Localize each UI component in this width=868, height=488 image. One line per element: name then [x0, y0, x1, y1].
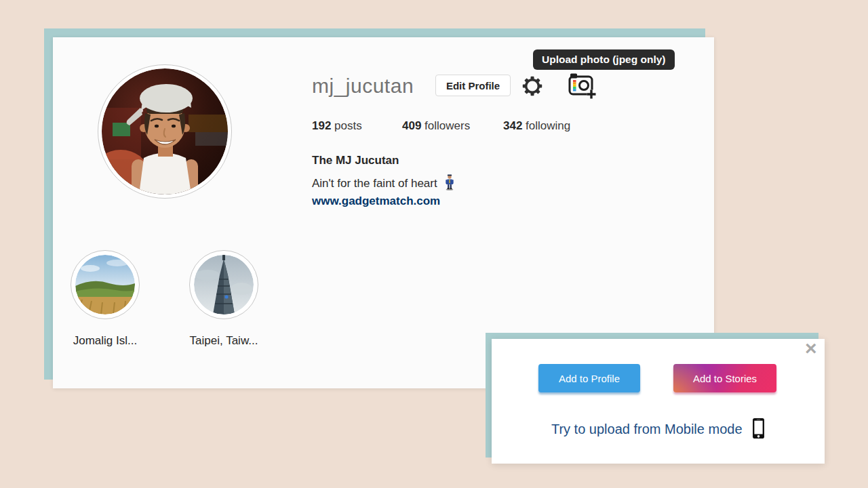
stat-followers[interactable]: 409 followers: [402, 119, 470, 133]
bio-tagline: Ain't for the faint of heart: [312, 174, 455, 190]
add-to-stories-button[interactable]: Add to Stories: [673, 364, 776, 392]
mobile-mode-link[interactable]: Try to upload from Mobile mode: [492, 418, 825, 439]
add-to-profile-button[interactable]: Add to Profile: [538, 364, 640, 392]
upload-modal: × Add to Profile Add to Stories Try to u…: [486, 333, 826, 465]
highlight-label-jomalig: Jomalig Isl...: [54, 334, 156, 348]
bio-website-link[interactable]: www.gadgetmatch.com: [312, 195, 440, 208]
username: mj_jucutan: [312, 75, 414, 98]
stat-posts: 192 posts: [312, 119, 362, 133]
upload-tooltip: Upload photo (jpeg only): [533, 49, 675, 70]
levitating-man-emoji: [444, 174, 455, 190]
following-count: 342: [503, 119, 522, 132]
stat-following[interactable]: 342 following: [503, 119, 570, 133]
bio-tagline-text: Ain't for the faint of heart: [312, 177, 437, 190]
close-icon[interactable]: ×: [805, 338, 817, 359]
upload-photo-camera-icon[interactable]: [568, 73, 597, 100]
highlight-label-taipei: Taipei, Taiw...: [173, 334, 275, 348]
upload-modal-card: × Add to Profile Add to Stories Try to u…: [492, 339, 825, 464]
settings-gear-icon[interactable]: [522, 76, 542, 96]
mobile-mode-link-text: Try to upload from Mobile mode: [551, 422, 743, 436]
highlight-photo-taipei: [194, 255, 254, 314]
highlight-photo-jomalig: [75, 255, 135, 314]
profile-photo[interactable]: [98, 64, 232, 199]
highlight-taipei[interactable]: [189, 250, 258, 319]
following-label: following: [526, 119, 570, 132]
followers-label: followers: [425, 119, 470, 132]
smartphone-icon: [752, 418, 765, 439]
highlight-jomalig[interactable]: [71, 250, 140, 319]
posts-count: 192: [312, 119, 331, 132]
followers-count: 409: [402, 119, 421, 132]
posts-label: posts: [334, 119, 362, 132]
bio-full-name: The MJ Jucutan: [312, 154, 399, 167]
edit-profile-button[interactable]: Edit Profile: [435, 75, 511, 96]
